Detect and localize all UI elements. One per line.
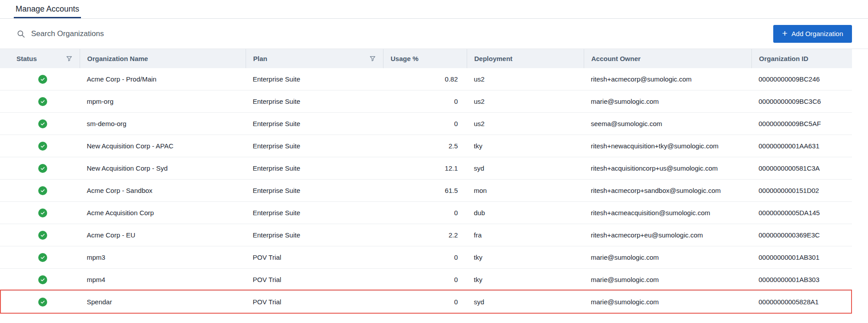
plan: Enterprise Suite <box>246 75 383 83</box>
org-name: mpm-org <box>80 98 246 105</box>
usage: 2.5 <box>383 142 467 150</box>
org-id: 00000000001AA631 <box>751 142 852 150</box>
column-header-deployment[interactable]: Deployment <box>467 49 584 68</box>
account-owner: ritesh+acquisitioncorp+us@sumologic.com <box>584 164 751 172</box>
account-owner: ritesh+newacquisition+tky@sumologic.com <box>584 142 751 150</box>
status-cell <box>0 97 80 106</box>
org-name: sm-demo-org <box>80 120 246 127</box>
account-owner: marie@sumologic.com <box>584 253 751 261</box>
account-owner: ritesh+acmecorp+sandbox@sumologic.com <box>584 187 751 194</box>
table-row[interactable]: New Acquisition Corp - Syd Enterprise Su… <box>0 157 852 180</box>
table-row[interactable]: Acme Corp - Prod/Main Enterprise Suite 0… <box>0 68 852 90</box>
deployment: us2 <box>467 120 584 127</box>
column-header-account-owner[interactable]: Account Owner <box>584 49 751 68</box>
deployment: syd <box>467 164 584 172</box>
manage-accounts-page: Manage Accounts Search Organizations + A… <box>0 0 868 323</box>
add-organization-button[interactable]: + Add Organization <box>773 25 852 43</box>
usage: 0 <box>383 253 467 261</box>
account-owner: marie@sumologic.com <box>584 298 751 306</box>
status-active-icon <box>38 209 47 217</box>
deployment: us2 <box>467 75 584 83</box>
plan: Enterprise Suite <box>246 98 383 105</box>
usage: 0 <box>383 298 467 306</box>
tab-bar: Manage Accounts <box>0 0 868 19</box>
search-placeholder: Search Organizations <box>31 29 104 38</box>
add-organization-label: Add Organization <box>791 30 843 37</box>
plan: Enterprise Suite <box>246 209 383 217</box>
status-cell <box>0 164 80 173</box>
deployment: us2 <box>467 98 584 105</box>
account-owner: ritesh+acmecorp@sumologic.com <box>584 75 751 83</box>
deployment: tky <box>467 142 584 150</box>
status-cell <box>0 275 80 284</box>
status-active-icon <box>38 97 47 106</box>
table-row[interactable]: Acme Corp - Sandbox Enterprise Suite 61.… <box>0 180 852 202</box>
status-active-icon <box>38 186 47 195</box>
filter-icon[interactable] <box>369 55 376 62</box>
plan: POV Trial <box>246 253 383 261</box>
status-active-icon <box>38 75 47 84</box>
column-label: Organization Name <box>87 55 148 62</box>
status-cell <box>0 119 80 128</box>
table-header-row: Status Organization Name Plan Usage % De… <box>0 49 852 68</box>
status-cell <box>0 253 80 262</box>
org-id: 00000000001AB301 <box>751 253 852 261</box>
org-name: Acme Corp - EU <box>80 231 246 239</box>
table-row[interactable]: sm-demo-org Enterprise Suite 0 us2 seema… <box>0 113 852 135</box>
org-name: New Acquisition Corp - APAC <box>80 142 246 150</box>
column-label: Status <box>16 55 37 62</box>
org-id: 00000000009BC5AF <box>751 120 852 127</box>
org-id: 00000000005DA145 <box>751 209 852 217</box>
org-id: 0000000000369E3C <box>751 231 852 239</box>
deployment: fra <box>467 231 584 239</box>
search-organizations-input[interactable]: Search Organizations <box>16 29 773 38</box>
plan: Enterprise Suite <box>246 120 383 127</box>
org-id: 0000000000151D02 <box>751 187 852 194</box>
status-active-icon <box>38 253 47 262</box>
column-header-organization-name[interactable]: Organization Name <box>80 49 246 68</box>
table-row[interactable]: mpm4 POV Trial 0 tky marie@sumologic.com… <box>0 269 852 291</box>
org-name: Spendar <box>80 298 246 306</box>
column-label: Organization ID <box>759 55 808 62</box>
status-active-icon <box>38 164 47 173</box>
usage: 0 <box>383 120 467 127</box>
column-header-organization-id[interactable]: Organization ID <box>751 49 852 68</box>
org-id: 00000000009BC3C6 <box>751 98 852 105</box>
table-row[interactable]: mpm3 POV Trial 0 tky marie@sumologic.com… <box>0 246 852 269</box>
status-active-icon <box>38 231 47 240</box>
search-icon <box>16 29 25 38</box>
plan: Enterprise Suite <box>246 231 383 239</box>
deployment: dub <box>467 209 584 217</box>
status-cell <box>0 142 80 151</box>
column-label: Usage % <box>391 55 419 62</box>
org-name: mpm4 <box>80 276 246 283</box>
account-owner: seema@sumologic.com <box>584 120 751 127</box>
tab-manage-accounts[interactable]: Manage Accounts <box>14 0 81 18</box>
account-owner: marie@sumologic.com <box>584 98 751 105</box>
column-header-status[interactable]: Status <box>0 49 80 68</box>
status-cell <box>0 209 80 217</box>
table-row[interactable]: New Acquisition Corp - APAC Enterprise S… <box>0 135 852 157</box>
table-row[interactable]: Acme Corp - EU Enterprise Suite 2.2 fra … <box>0 224 852 246</box>
org-name: Acme Corp - Prod/Main <box>80 75 246 83</box>
table-row[interactable]: Acme Acquisition Corp Enterprise Suite 0… <box>0 202 852 224</box>
plan: Enterprise Suite <box>246 164 383 172</box>
usage: 12.1 <box>383 164 467 172</box>
status-active-icon <box>38 275 47 284</box>
status-active-icon <box>38 298 47 307</box>
usage: 0 <box>383 209 467 217</box>
column-header-usage-[interactable]: Usage % <box>383 49 467 68</box>
plus-icon: + <box>782 29 787 38</box>
plan: POV Trial <box>246 276 383 283</box>
table-row[interactable]: Spendar POV Trial 0 syd marie@sumologic.… <box>0 291 852 313</box>
column-label: Account Owner <box>591 55 641 62</box>
org-id: 0000000000581C3A <box>751 164 852 172</box>
status-cell <box>0 298 80 307</box>
org-name: Acme Corp - Sandbox <box>80 187 246 194</box>
plan: Enterprise Suite <box>246 142 383 150</box>
filter-icon[interactable] <box>66 55 73 62</box>
table-row[interactable]: mpm-org Enterprise Suite 0 us2 marie@sum… <box>0 90 852 113</box>
plan: POV Trial <box>246 298 383 306</box>
column-header-plan[interactable]: Plan <box>246 49 383 68</box>
deployment: mon <box>467 187 584 194</box>
